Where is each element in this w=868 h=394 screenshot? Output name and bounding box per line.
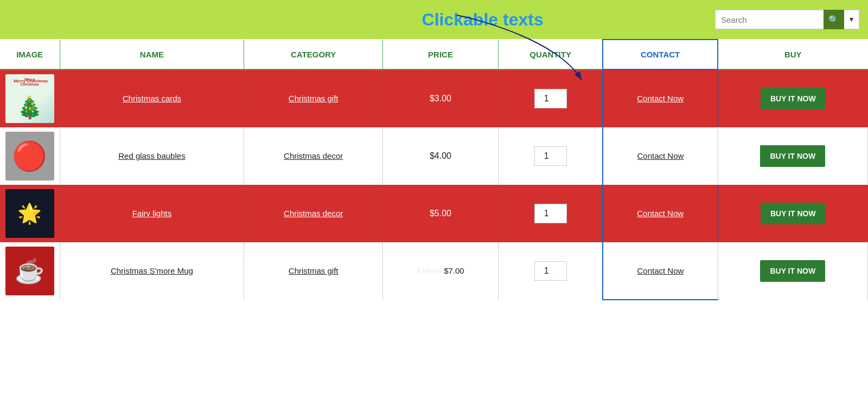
product-price-cell-1: $3.00 — [383, 69, 499, 127]
product-image-cell-1: MerryChristmas 🎄 — [0, 69, 60, 127]
quantity-input-4[interactable] — [534, 261, 567, 281]
search-container: 🔍 ▼ — [715, 10, 859, 29]
product-name-link-4[interactable]: Christmas S'more Mug — [111, 266, 193, 275]
quantity-input-1[interactable] — [534, 89, 567, 108]
product-category-cell-4: Christmas gift — [244, 242, 383, 300]
col-price: PRICE — [383, 40, 499, 69]
product-category-cell-3: Christmas decor — [244, 185, 383, 242]
table-row: ☕ Christmas S'more Mug Christmas gift $1… — [0, 242, 868, 300]
product-category-link-4[interactable]: Christmas gift — [289, 266, 339, 275]
product-category-link-2[interactable]: Christmas decor — [284, 151, 343, 160]
table-body: MerryChristmas 🎄 Christmas cards Christm… — [0, 69, 868, 300]
product-buy-cell-4: BUY IT NOW — [718, 242, 867, 300]
contact-now-link-3[interactable]: Contact Now — [637, 209, 684, 218]
table-row: 🔴 Red glass baubles Christmas decor $4.0… — [0, 127, 868, 185]
contact-now-link-4[interactable]: Contact Now — [637, 266, 684, 275]
product-price-cell-3: $5.00 — [383, 185, 499, 242]
product-name-cell-2: Red glass baubles — [60, 127, 244, 185]
product-category-cell-2: Christmas decor — [244, 127, 383, 185]
col-name: NAME — [60, 40, 244, 69]
col-quantity: QUANTITY — [498, 40, 603, 69]
search-button[interactable]: 🔍 — [824, 10, 844, 29]
product-category-link-1[interactable]: Christmas gift — [289, 94, 339, 103]
buy-button-1[interactable]: BUY IT NOW — [761, 88, 826, 109]
search-icon: 🔍 — [828, 15, 839, 25]
buy-button-3[interactable]: BUY IT NOW — [761, 203, 826, 224]
table-header: IMAGE NAME CATEGORY PRICE QUANTITY CONTA… — [0, 40, 868, 69]
product-quantity-cell-4 — [498, 242, 603, 300]
product-contact-cell-2: Contact Now — [603, 127, 718, 185]
buy-button-4[interactable]: BUY IT NOW — [760, 260, 825, 282]
chevron-down-icon: ▼ — [848, 16, 855, 23]
annotation-text: Clickable texts — [422, 10, 544, 30]
col-contact: CONTACT — [603, 40, 718, 69]
product-price-cell-2: $4.00 — [383, 127, 499, 185]
product-name-cell-4: Christmas S'more Mug — [60, 242, 244, 300]
product-image-cell-2: 🔴 — [0, 127, 60, 185]
product-image-cell-3: 🌟 — [0, 185, 60, 242]
buy-button-2[interactable]: BUY IT NOW — [760, 145, 825, 167]
search-input[interactable] — [715, 10, 824, 29]
product-buy-cell-1: BUY IT NOW — [718, 69, 867, 127]
product-name-cell-1: Christmas cards — [60, 69, 244, 127]
product-buy-cell-3: BUY IT NOW — [718, 185, 867, 242]
product-contact-cell-3: Contact Now — [603, 185, 718, 242]
col-buy: BUY — [718, 40, 867, 69]
product-quantity-cell-1 — [498, 69, 603, 127]
product-name-link-3[interactable]: Fairy lights — [132, 209, 172, 218]
product-price-cell-4: $10.00$7.00 — [383, 242, 499, 300]
product-quantity-cell-3 — [498, 185, 603, 242]
product-name-link-1[interactable]: Christmas cards — [123, 94, 181, 103]
product-image-cell-4: ☕ — [0, 242, 60, 300]
product-category-cell-1: Christmas gift — [244, 69, 383, 127]
col-image: IMAGE — [0, 40, 60, 69]
product-name-link-2[interactable]: Red glass baubles — [118, 151, 185, 160]
product-quantity-cell-2 — [498, 127, 603, 185]
search-dropdown-button[interactable]: ▼ — [844, 10, 859, 29]
product-category-link-3[interactable]: Christmas decor — [284, 209, 343, 218]
product-contact-cell-1: Contact Now — [603, 69, 718, 127]
contact-now-link-1[interactable]: Contact Now — [637, 94, 684, 103]
table-row: 🌟 Fairy lights Christmas decor $5.00 Con… — [0, 185, 868, 242]
product-buy-cell-2: BUY IT NOW — [718, 127, 867, 185]
header: Clickable texts 🔍 ▼ — [0, 0, 868, 39]
contact-now-link-2[interactable]: Contact Now — [637, 151, 684, 160]
product-name-cell-3: Fairy lights — [60, 185, 244, 242]
product-contact-cell-4: Contact Now — [603, 242, 718, 300]
col-category: CATEGORY — [244, 40, 383, 69]
product-table-container: IMAGE NAME CATEGORY PRICE QUANTITY CONTA… — [0, 39, 868, 300]
quantity-input-2[interactable] — [534, 146, 567, 166]
product-table: IMAGE NAME CATEGORY PRICE QUANTITY CONTA… — [0, 39, 868, 300]
table-row: MerryChristmas 🎄 Christmas cards Christm… — [0, 69, 868, 127]
quantity-input-3[interactable] — [534, 204, 567, 223]
